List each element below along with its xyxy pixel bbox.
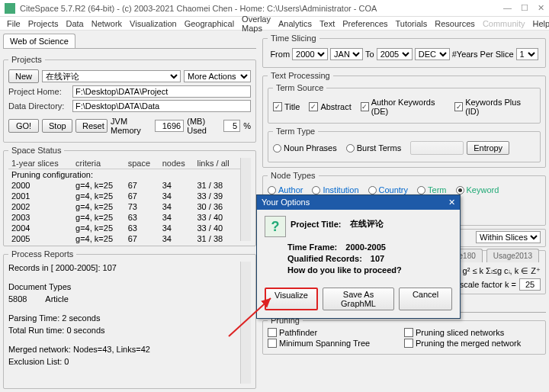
space-table: 1-year slicescriteriaspacenodeslinks / a… bbox=[8, 158, 240, 244]
maximize-icon[interactable]: ☐ bbox=[521, 3, 528, 13]
table-row: 2000g=4, k=25673431 / 38 bbox=[8, 180, 240, 191]
menu-tutorials[interactable]: Tutorials bbox=[392, 19, 432, 28]
report-doctypes: Document Types bbox=[8, 281, 240, 294]
menu-analytics[interactable]: Analytics bbox=[274, 19, 316, 28]
menu-overlay-maps[interactable]: Overlay Maps bbox=[238, 14, 274, 33]
jvm-unit: (MB) Used bbox=[187, 117, 220, 135]
stop-button[interactable]: Stop bbox=[42, 119, 72, 133]
left-tabs: Web of Science bbox=[3, 34, 256, 49]
jvm-label: JVM Memory bbox=[111, 117, 152, 135]
pathfinder-checkbox[interactable]: Pathfinder bbox=[268, 328, 317, 337]
project-select[interactable]: 在线评论 bbox=[42, 70, 181, 82]
to-label: To bbox=[365, 50, 374, 59]
app-icon bbox=[5, 3, 15, 14]
reports-scrollbar[interactable] bbox=[240, 262, 251, 384]
to-month-select[interactable]: DEC bbox=[415, 48, 450, 60]
nodetype-country[interactable]: Country bbox=[368, 185, 409, 194]
entropy-button[interactable]: Entropy bbox=[467, 141, 509, 155]
burst-terms-radio[interactable]: Burst Terms bbox=[346, 143, 401, 153]
menu-visualization[interactable]: Visualization bbox=[126, 19, 181, 28]
nodetype-author[interactable]: Author bbox=[268, 185, 303, 194]
tf-label: Time Frame: bbox=[287, 243, 337, 252]
pruning-panel: Pruning Pathfinder Minimum Spanning Tree… bbox=[262, 316, 546, 355]
new-button[interactable]: New bbox=[8, 69, 39, 83]
question-icon: ? bbox=[265, 216, 286, 237]
title-checkbox[interactable]: ✓Title bbox=[273, 102, 300, 111]
menu-community[interactable]: Community bbox=[479, 19, 529, 28]
usage2013-tab[interactable]: Usage2013 bbox=[486, 249, 539, 262]
dialog-title: Your Options bbox=[262, 198, 310, 207]
jvm-value bbox=[155, 120, 184, 132]
term-source-legend: Term Source bbox=[273, 83, 326, 92]
nodetype-keyword[interactable]: Keyword bbox=[456, 185, 499, 194]
within-slices-select[interactable]: Within Slices bbox=[476, 231, 541, 243]
project-home-input[interactable] bbox=[72, 85, 251, 98]
menu-network[interactable]: Network bbox=[88, 19, 126, 28]
minimize-icon[interactable]: — bbox=[503, 3, 512, 13]
window-titlebar: CiteSpace 5.7.R2 (64-bit) - (c) 2003-202… bbox=[0, 0, 549, 17]
menu-file[interactable]: File bbox=[3, 19, 24, 28]
project-home-label: Project Home: bbox=[8, 87, 69, 96]
table-row: 2004g=4, k=25633433 / 40 bbox=[8, 223, 240, 233]
close-icon[interactable]: ✕ bbox=[538, 3, 544, 13]
projects-panel: Projects New 在线评论 More Actions ... Proje… bbox=[3, 55, 256, 143]
pruning-merged-checkbox[interactable]: Pruning the merged network bbox=[404, 339, 521, 348]
report-merged: Merged network: Nodes=43, Links=42 bbox=[8, 343, 240, 356]
abstract-checkbox[interactable]: ✓Abstract bbox=[309, 102, 351, 111]
nodetype-institution[interactable]: Institution bbox=[312, 185, 358, 194]
menu-preferences[interactable]: Preferences bbox=[339, 19, 391, 28]
tab-web-of-science[interactable]: Web of Science bbox=[3, 34, 75, 48]
scale-input[interactable] bbox=[519, 278, 541, 291]
noun-phrases-radio[interactable]: Noun Phrases bbox=[273, 143, 337, 153]
tf-value: 2000-2005 bbox=[345, 243, 386, 252]
save-graphml-button[interactable]: Save As GraphML bbox=[323, 288, 394, 310]
menu-text[interactable]: Text bbox=[316, 19, 339, 28]
dialog-question: How do you like to proceed? bbox=[287, 265, 402, 275]
pt-value: 在线评论 bbox=[350, 218, 384, 230]
data-directory-label: Data Directory: bbox=[8, 101, 69, 111]
term-source-panel: Term Source ✓Title ✓Abstract ✓Author Key… bbox=[268, 83, 541, 124]
author-keywords-checkbox[interactable]: ✓Author Keywords (DE) bbox=[361, 98, 445, 116]
projects-legend: Projects bbox=[8, 55, 45, 64]
menu-resources[interactable]: Resources bbox=[431, 19, 479, 28]
report-dtrow: 5808 Article bbox=[8, 293, 240, 306]
cancel-button[interactable]: Cancel bbox=[399, 288, 452, 310]
table-row: 2002g=4, k=25733430 / 36 bbox=[8, 201, 240, 212]
dialog-close-icon[interactable]: ✕ bbox=[448, 198, 455, 207]
from-month-select[interactable]: JAN bbox=[330, 48, 363, 60]
space-legend: Space Status bbox=[8, 146, 64, 155]
yps-select[interactable]: 1 bbox=[516, 48, 538, 60]
menu-projects[interactable]: Projects bbox=[24, 19, 63, 28]
time-slicing-legend: Time Slicing bbox=[268, 34, 319, 43]
to-year-select[interactable]: 2005 bbox=[377, 48, 413, 60]
yps-label: #Years Per Slice bbox=[452, 50, 514, 59]
report-parse: Parsing Time: 2 seconds bbox=[8, 312, 240, 325]
menu-geographical[interactable]: Geographical bbox=[181, 19, 238, 28]
term-type-legend: Term Type bbox=[273, 127, 318, 136]
space-scrollbar[interactable] bbox=[240, 158, 251, 241]
go-button[interactable]: GO! bbox=[8, 119, 39, 133]
pt-label: Project Title: bbox=[291, 220, 341, 229]
menu-help[interactable]: Help bbox=[529, 19, 550, 28]
term-type-panel: Term Type Noun Phrases Burst Terms Entro… bbox=[268, 127, 541, 162]
report-excl: Exclusion List: 0 bbox=[8, 355, 240, 368]
from-year-select[interactable]: 2000 bbox=[292, 48, 328, 60]
data-directory-input[interactable] bbox=[72, 100, 251, 112]
time-slicing-panel: Time Slicing From 2000 JAN To 2005 DEC #… bbox=[262, 34, 546, 68]
detect-bursts-button bbox=[410, 141, 464, 155]
text-processing-legend: Text Processing bbox=[268, 71, 333, 80]
pruning-sliced-checkbox[interactable]: Pruning sliced networks bbox=[404, 328, 504, 337]
qr-value: 107 bbox=[371, 254, 384, 263]
node-types-legend: Node Types bbox=[268, 171, 319, 180]
reset-button[interactable]: Reset bbox=[75, 119, 108, 133]
reports-legend: Process Reports bbox=[8, 249, 76, 259]
keywords-plus-checkbox[interactable]: ✓Keywords Plus (ID) bbox=[454, 98, 529, 116]
mst-checkbox[interactable]: Minimum Spanning Tree bbox=[268, 339, 370, 348]
nodetype-term[interactable]: Term bbox=[417, 185, 446, 194]
more-actions-select[interactable]: More Actions ... bbox=[184, 70, 251, 82]
menu-data[interactable]: Data bbox=[62, 19, 87, 28]
jvm-pct bbox=[223, 120, 240, 132]
your-options-dialog: Your Options ✕ ? Project Title: 在线评论 Tim… bbox=[256, 194, 461, 319]
pct-label: % bbox=[243, 121, 251, 130]
visualize-button[interactable]: Visualize bbox=[265, 288, 318, 310]
